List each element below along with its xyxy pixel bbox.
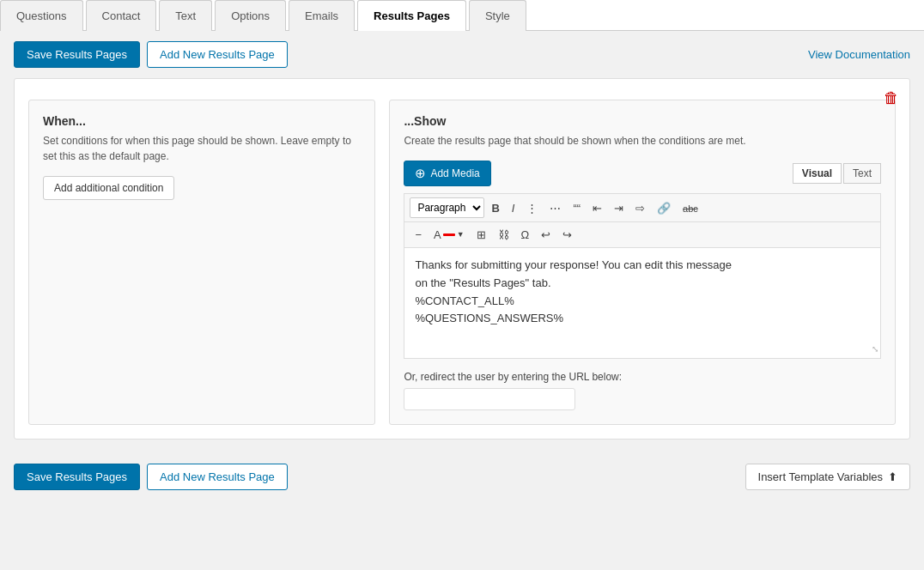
undo-button[interactable]: ↩ — [536, 226, 556, 244]
add-condition-button[interactable]: Add additional condition — [43, 176, 174, 200]
minus-button[interactable]: − — [410, 226, 427, 244]
when-desc: Set conditions for when this page should… — [43, 133, 361, 164]
paragraph-select[interactable]: Paragraph — [410, 197, 484, 218]
editor-toolbar-row1: Paragraph B I ⋮ ⋯ ““ ⇤ ⇥ ⇨ 🔗 abc — [404, 193, 881, 221]
card-columns: When... Set conditions for when this pag… — [28, 100, 896, 425]
toolbar-left: Save Results Pages Add New Results Page — [14, 41, 288, 68]
add-media-button[interactable]: ⊕ Add Media — [404, 161, 490, 186]
add-media-icon: ⊕ — [415, 166, 426, 181]
add-media-label: Add Media — [430, 167, 479, 179]
save-results-button[interactable]: Save Results Pages — [14, 41, 140, 68]
tab-questions[interactable]: Questions — [0, 0, 83, 31]
bottom-toolbar-left: Save Results Pages Add New Results Page — [14, 464, 288, 490]
show-column: ...Show Create the results page that sho… — [389, 100, 896, 425]
editor-line1: Thanks for submitting your response! You… — [415, 258, 732, 271]
tab-contact[interactable]: Contact — [86, 0, 157, 31]
blockquote-button[interactable]: ““ — [568, 199, 586, 217]
color-dropdown-icon: ▼ — [457, 231, 465, 239]
add-new-results-button[interactable]: Add New Results Page — [147, 41, 288, 68]
insert-template-button[interactable]: Insert Template Variables ⬆ — [745, 464, 910, 490]
numbered-list-button[interactable]: ⋯ — [544, 199, 566, 217]
trash-icon: 🗑 — [884, 89, 899, 106]
table-button[interactable]: ⊞ — [471, 226, 491, 244]
tab-emails[interactable]: Emails — [289, 0, 355, 31]
resize-handle-icon: ⤡ — [872, 343, 878, 356]
tab-style[interactable]: Style — [469, 0, 526, 31]
align-right-button[interactable]: ⇨ — [630, 199, 650, 217]
bottom-toolbar: Save Results Pages Add New Results Page … — [0, 453, 924, 500]
when-column: When... Set conditions for when this pag… — [28, 100, 375, 425]
show-title: ...Show — [404, 114, 881, 128]
when-title: When... — [43, 114, 361, 128]
upload-icon: ⬆ — [888, 470, 897, 483]
link-button[interactable]: 🔗 — [652, 199, 676, 217]
editor-body[interactable]: Thanks for submitting your response! You… — [404, 247, 881, 359]
top-toolbar: Save Results Pages Add New Results Page … — [0, 31, 924, 78]
results-page-card: 🗑 When... Set conditions for when this p… — [14, 78, 910, 440]
color-underline — [443, 233, 455, 236]
redo-button[interactable]: ↪ — [557, 226, 577, 244]
redirect-label: Or, redirect the user by entering the UR… — [404, 371, 881, 383]
tab-results-pages[interactable]: Results Pages — [357, 0, 466, 31]
align-left-button[interactable]: ⇤ — [587, 199, 607, 217]
bold-button[interactable]: B — [486, 199, 504, 217]
color-letter: A — [434, 229, 441, 240]
strikethrough-button[interactable]: abc — [678, 199, 703, 217]
visual-text-tabs: Visual Text — [793, 163, 881, 184]
editor-content: Thanks for submitting your response! You… — [415, 257, 870, 328]
italic-button[interactable]: I — [507, 199, 520, 217]
visual-tab[interactable]: Visual — [793, 163, 842, 184]
bottom-save-button[interactable]: Save Results Pages — [14, 464, 140, 490]
bottom-add-new-button[interactable]: Add New Results Page — [147, 464, 288, 490]
redirect-url-input[interactable] — [404, 388, 575, 410]
delete-card-button[interactable]: 🗑 — [884, 89, 899, 107]
color-button[interactable]: A ▼ — [429, 226, 470, 244]
omega-button[interactable]: Ω — [516, 226, 535, 244]
editor-line2: on the "Results Pages" tab. — [415, 276, 550, 289]
redirect-section: Or, redirect the user by entering the UR… — [404, 371, 881, 410]
editor-top-bar: ⊕ Add Media Visual Text — [404, 161, 881, 186]
insert-template-label: Insert Template Variables — [758, 470, 883, 483]
tab-text[interactable]: Text — [159, 0, 212, 31]
tab-options[interactable]: Options — [215, 0, 286, 31]
editor-line3: %CONTACT_ALL% — [415, 294, 514, 307]
show-desc: Create the results page that should be s… — [404, 133, 881, 149]
main-content: 🗑 When... Set conditions for when this p… — [0, 78, 924, 453]
editor-line4: %QUESTIONS_ANSWERS% — [415, 312, 563, 324]
view-documentation-link[interactable]: View Documentation — [808, 48, 910, 61]
editor-toolbar-row2: − A ▼ ⊞ ⛓ Ω ↩ ↪ — [404, 221, 881, 247]
chain-button[interactable]: ⛓ — [493, 226, 514, 244]
text-tab[interactable]: Text — [843, 163, 881, 184]
tabs-bar: Questions Contact Text Options Emails Re… — [0, 0, 924, 31]
bullet-list-button[interactable]: ⋮ — [521, 199, 543, 217]
align-center-button[interactable]: ⇥ — [609, 199, 629, 217]
